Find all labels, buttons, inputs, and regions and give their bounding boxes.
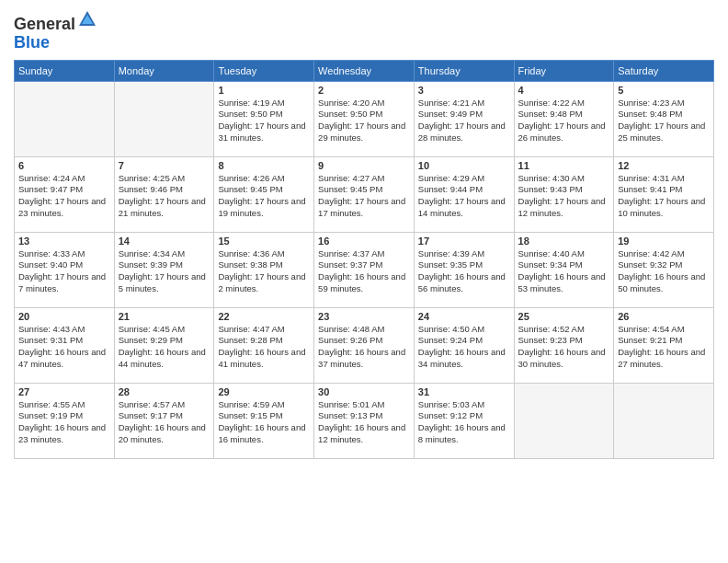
day-number: 13 xyxy=(18,236,110,247)
calendar-cell: 11Sunrise: 4:30 AM Sunset: 9:43 PM Dayli… xyxy=(514,156,614,232)
day-number: 9 xyxy=(318,160,410,171)
day-number: 19 xyxy=(618,236,710,247)
calendar-cell: 4Sunrise: 4:22 AM Sunset: 9:48 PM Daylig… xyxy=(514,81,614,156)
day-number: 18 xyxy=(518,236,610,247)
day-number: 12 xyxy=(618,160,710,171)
day-info: Sunrise: 4:22 AM Sunset: 9:48 PM Dayligh… xyxy=(518,98,610,144)
day-info: Sunrise: 4:33 AM Sunset: 9:40 PM Dayligh… xyxy=(18,248,110,295)
day-number: 23 xyxy=(318,311,410,322)
calendar-cell: 29Sunrise: 4:59 AM Sunset: 9:15 PM Dayli… xyxy=(214,383,314,458)
day-info: Sunrise: 4:20 AM Sunset: 9:50 PM Dayligh… xyxy=(318,98,410,144)
day-info: Sunrise: 4:34 AM Sunset: 9:39 PM Dayligh… xyxy=(119,248,210,295)
logo-general: General xyxy=(14,15,75,33)
calendar-cell: 18Sunrise: 4:40 AM Sunset: 9:34 PM Dayli… xyxy=(514,232,614,307)
calendar-cell: 27Sunrise: 4:55 AM Sunset: 9:19 PM Dayli… xyxy=(15,383,115,458)
calendar-cell xyxy=(514,383,614,458)
day-info: Sunrise: 4:21 AM Sunset: 9:49 PM Dayligh… xyxy=(418,98,510,144)
day-header-tuesday: Tuesday xyxy=(214,60,314,81)
calendar-cell: 22Sunrise: 4:47 AM Sunset: 9:28 PM Dayli… xyxy=(214,307,314,383)
day-number: 29 xyxy=(218,386,310,397)
calendar-cell: 8Sunrise: 4:26 AM Sunset: 9:45 PM Daylig… xyxy=(214,156,314,232)
day-number: 22 xyxy=(218,311,310,322)
day-number: 27 xyxy=(18,386,110,397)
day-info: Sunrise: 4:52 AM Sunset: 9:23 PM Dayligh… xyxy=(518,324,610,371)
day-info: Sunrise: 4:31 AM Sunset: 9:41 PM Dayligh… xyxy=(618,173,710,220)
day-number: 6 xyxy=(18,160,110,171)
logo-blue-text: Blue xyxy=(14,34,97,52)
day-info: Sunrise: 5:01 AM Sunset: 9:13 PM Dayligh… xyxy=(318,399,410,446)
day-number: 11 xyxy=(518,160,610,171)
day-info: Sunrise: 4:59 AM Sunset: 9:15 PM Dayligh… xyxy=(218,399,310,446)
logo-text: General xyxy=(14,9,97,34)
day-info: Sunrise: 4:29 AM Sunset: 9:44 PM Dayligh… xyxy=(418,173,510,220)
calendar-cell: 13Sunrise: 4:33 AM Sunset: 9:40 PM Dayli… xyxy=(15,232,115,307)
calendar-cell: 6Sunrise: 4:24 AM Sunset: 9:47 PM Daylig… xyxy=(15,156,115,232)
day-number: 5 xyxy=(618,85,710,96)
day-info: Sunrise: 4:40 AM Sunset: 9:34 PM Dayligh… xyxy=(518,248,610,295)
calendar-cell: 2Sunrise: 4:20 AM Sunset: 9:50 PM Daylig… xyxy=(314,81,415,156)
calendar-cell: 19Sunrise: 4:42 AM Sunset: 9:32 PM Dayli… xyxy=(614,232,714,307)
day-number: 14 xyxy=(119,236,210,247)
day-info: Sunrise: 4:30 AM Sunset: 9:43 PM Dayligh… xyxy=(518,173,610,220)
day-number: 28 xyxy=(119,386,210,397)
calendar-cell: 12Sunrise: 4:31 AM Sunset: 9:41 PM Dayli… xyxy=(614,156,714,232)
calendar-cell: 14Sunrise: 4:34 AM Sunset: 9:39 PM Dayli… xyxy=(114,232,214,307)
day-info: Sunrise: 4:43 AM Sunset: 9:31 PM Dayligh… xyxy=(18,324,110,371)
day-info: Sunrise: 4:27 AM Sunset: 9:45 PM Dayligh… xyxy=(318,173,410,220)
page: General Blue SundayMondayTuesdayWednesda… xyxy=(0,0,728,563)
calendar-cell: 5Sunrise: 4:23 AM Sunset: 9:48 PM Daylig… xyxy=(614,81,714,156)
day-info: Sunrise: 4:19 AM Sunset: 9:50 PM Dayligh… xyxy=(218,98,310,144)
day-number: 24 xyxy=(418,311,510,322)
day-info: Sunrise: 4:42 AM Sunset: 9:32 PM Dayligh… xyxy=(618,248,710,295)
calendar-cell: 1Sunrise: 4:19 AM Sunset: 9:50 PM Daylig… xyxy=(214,81,314,156)
logo-icon xyxy=(77,9,97,29)
calendar-cell: 15Sunrise: 4:36 AM Sunset: 9:38 PM Dayli… xyxy=(214,232,314,307)
day-number: 3 xyxy=(418,85,510,96)
day-header-monday: Monday xyxy=(114,60,214,81)
week-row-3: 20Sunrise: 4:43 AM Sunset: 9:31 PM Dayli… xyxy=(15,307,714,383)
day-header-thursday: Thursday xyxy=(414,60,514,81)
calendar-cell: 9Sunrise: 4:27 AM Sunset: 9:45 PM Daylig… xyxy=(314,156,415,232)
calendar-cell: 23Sunrise: 4:48 AM Sunset: 9:26 PM Dayli… xyxy=(314,307,415,383)
header: General Blue xyxy=(14,9,714,52)
calendar-cell: 3Sunrise: 4:21 AM Sunset: 9:49 PM Daylig… xyxy=(414,81,514,156)
day-info: Sunrise: 5:03 AM Sunset: 9:12 PM Dayligh… xyxy=(418,399,510,446)
days-header-row: SundayMondayTuesdayWednesdayThursdayFrid… xyxy=(15,60,714,81)
day-info: Sunrise: 4:37 AM Sunset: 9:37 PM Dayligh… xyxy=(318,248,410,295)
day-number: 10 xyxy=(418,160,510,171)
day-number: 26 xyxy=(618,311,710,322)
calendar-cell: 10Sunrise: 4:29 AM Sunset: 9:44 PM Dayli… xyxy=(414,156,514,232)
day-header-wednesday: Wednesday xyxy=(314,60,415,81)
calendar-cell: 7Sunrise: 4:25 AM Sunset: 9:46 PM Daylig… xyxy=(114,156,214,232)
calendar-cell: 26Sunrise: 4:54 AM Sunset: 9:21 PM Dayli… xyxy=(614,307,714,383)
day-number: 1 xyxy=(218,85,310,96)
day-number: 30 xyxy=(318,386,410,397)
calendar-cell: 25Sunrise: 4:52 AM Sunset: 9:23 PM Dayli… xyxy=(514,307,614,383)
calendar: SundayMondayTuesdayWednesdayThursdayFrid… xyxy=(14,60,714,459)
calendar-cell: 30Sunrise: 5:01 AM Sunset: 9:13 PM Dayli… xyxy=(314,383,415,458)
calendar-cell: 28Sunrise: 4:57 AM Sunset: 9:17 PM Dayli… xyxy=(114,383,214,458)
day-info: Sunrise: 4:55 AM Sunset: 9:19 PM Dayligh… xyxy=(18,399,110,446)
calendar-cell: 21Sunrise: 4:45 AM Sunset: 9:29 PM Dayli… xyxy=(114,307,214,383)
day-header-sunday: Sunday xyxy=(15,60,115,81)
week-row-0: 1Sunrise: 4:19 AM Sunset: 9:50 PM Daylig… xyxy=(15,81,714,156)
day-info: Sunrise: 4:24 AM Sunset: 9:47 PM Dayligh… xyxy=(18,173,110,220)
day-number: 7 xyxy=(119,160,210,171)
day-info: Sunrise: 4:23 AM Sunset: 9:48 PM Dayligh… xyxy=(618,98,710,144)
day-number: 2 xyxy=(318,85,410,96)
calendar-cell: 24Sunrise: 4:50 AM Sunset: 9:24 PM Dayli… xyxy=(414,307,514,383)
week-row-4: 27Sunrise: 4:55 AM Sunset: 9:19 PM Dayli… xyxy=(15,383,714,458)
day-info: Sunrise: 4:47 AM Sunset: 9:28 PM Dayligh… xyxy=(218,324,310,371)
day-info: Sunrise: 4:50 AM Sunset: 9:24 PM Dayligh… xyxy=(418,324,510,371)
day-number: 16 xyxy=(318,236,410,247)
day-info: Sunrise: 4:39 AM Sunset: 9:35 PM Dayligh… xyxy=(418,248,510,295)
day-number: 20 xyxy=(18,311,110,322)
day-number: 21 xyxy=(119,311,210,322)
day-number: 4 xyxy=(518,85,610,96)
day-info: Sunrise: 4:45 AM Sunset: 9:29 PM Dayligh… xyxy=(119,324,210,371)
day-header-friday: Friday xyxy=(514,60,614,81)
calendar-cell: 31Sunrise: 5:03 AM Sunset: 9:12 PM Dayli… xyxy=(414,383,514,458)
week-row-1: 6Sunrise: 4:24 AM Sunset: 9:47 PM Daylig… xyxy=(15,156,714,232)
day-info: Sunrise: 4:26 AM Sunset: 9:45 PM Dayligh… xyxy=(218,173,310,220)
calendar-cell xyxy=(114,81,214,156)
